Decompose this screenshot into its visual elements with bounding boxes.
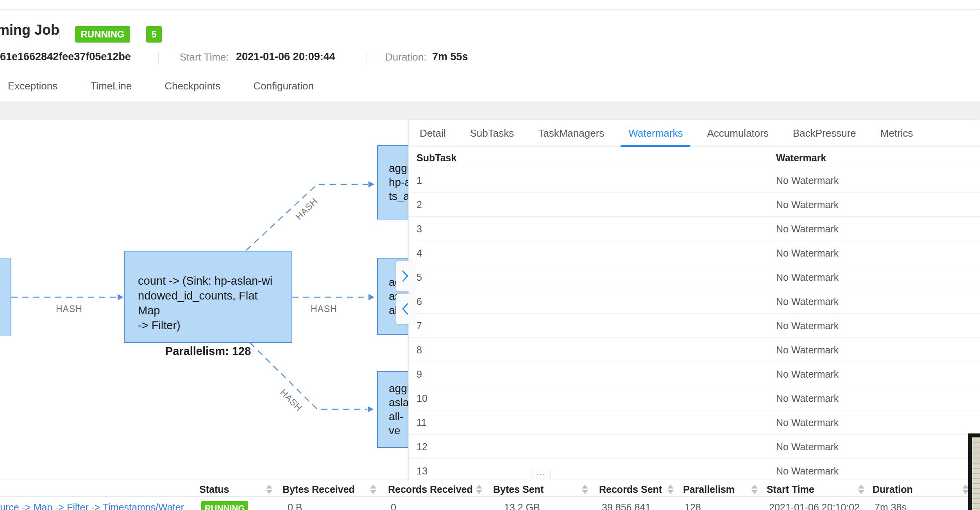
watermark-cell: No Watermark (776, 248, 839, 259)
column-header-records-received[interactable]: Records Received (388, 484, 473, 495)
sort-icon[interactable] (476, 485, 482, 494)
vertex-panel-tabs: Detail SubTasks TaskManagers Watermarks … (409, 120, 980, 147)
chevron-right-icon (401, 269, 409, 283)
tab-subtasks[interactable]: SubTasks (470, 120, 514, 146)
panel-expand-button[interactable] (396, 261, 414, 291)
graph-node-bottom-right[interactable]: aggr_ aslan all-ve (377, 371, 408, 448)
camera-overlay (968, 433, 980, 510)
bytes-received-cell: 0 B (288, 502, 302, 510)
page-title: ming Job (0, 22, 59, 38)
tab-watermarks[interactable]: Watermarks (628, 120, 683, 146)
tab-metrics[interactable]: Metrics (880, 120, 913, 146)
table-row: 4 No Watermark (409, 241, 980, 265)
tab-exceptions[interactable]: Exceptions (8, 80, 57, 92)
subtask-cell: 9 (417, 369, 422, 380)
count-badge: 5 (146, 26, 162, 43)
watermark-cell: No Watermark (776, 320, 839, 332)
divider (158, 52, 159, 63)
watermark-column-header: Watermark (776, 152, 826, 164)
node-text-line: aslan (389, 396, 408, 410)
tab-configuration[interactable]: Configuration (253, 80, 314, 92)
grey-band (0, 102, 980, 120)
watermark-cell: No Watermark (776, 344, 839, 356)
edge-label-hash: HASH (56, 304, 82, 314)
graph-node-left-clipped[interactable] (0, 259, 11, 335)
bytes-sent-cell: 13.2 GB (504, 502, 540, 510)
vertex-detail-panel: Detail SubTasks TaskManagers Watermarks … (408, 120, 980, 510)
graph-node-count-sink[interactable]: count -> (Sink: hp-aslan-wi ndowed_id_co… (124, 251, 292, 343)
panel-resize-handle[interactable]: ... (531, 469, 551, 480)
node-text-line: aggr_ (389, 382, 408, 396)
table-row: 10 No Watermark (409, 386, 980, 410)
node-text-line: count -> (Sink: hp-aslan-wi (138, 273, 278, 288)
sort-icon[interactable] (751, 485, 758, 494)
parallelism-cell: 128 (685, 502, 701, 510)
tab-accumulators[interactable]: Accumulators (707, 120, 769, 146)
node-parallelism: Parallelism: 128 (138, 344, 278, 358)
tab-taskmanagers[interactable]: TaskManagers (538, 120, 604, 146)
sort-icon[interactable] (370, 485, 376, 494)
subtask-cell: 3 (417, 223, 422, 235)
duration-value: 7m 55s (432, 51, 468, 63)
subtask-cell: 5 (417, 272, 422, 283)
table-row: 6 No Watermark (409, 289, 980, 314)
job-tabs: Exceptions TimeLine Checkpoints Configur… (8, 80, 314, 92)
watermark-cell: No Watermark (776, 199, 839, 210)
column-header-bytes-received[interactable]: Bytes Received (283, 484, 355, 495)
subtask-cell: 8 (417, 344, 422, 356)
column-header-records-sent[interactable]: Records Sent (599, 484, 662, 495)
subtask-cell: 11 (417, 417, 427, 428)
watermark-cell: No Watermark (776, 272, 839, 283)
watermark-cell: No Watermark (776, 223, 839, 235)
sort-icon[interactable] (858, 485, 864, 494)
tab-timeline[interactable]: TimeLine (90, 80, 132, 92)
column-header-parallelism[interactable]: Parallelism (683, 484, 735, 495)
sort-icon[interactable] (667, 485, 674, 494)
table-row: 11 No Watermark (409, 410, 980, 435)
column-header-start-time[interactable]: Start Time (767, 484, 814, 495)
node-text-line: all-ve (389, 410, 408, 438)
sort-icon[interactable] (582, 485, 588, 494)
subtask-column-header: SubTask (417, 152, 456, 164)
subtask-cell: 10 (417, 393, 427, 404)
node-text-line: -> Filter) (138, 318, 278, 333)
divider (138, 28, 138, 40)
job-id: 61e1662842fee37f05e12be (0, 51, 131, 63)
node-text-line: hp-a (389, 175, 408, 189)
row-status-badge: RUNNING (201, 501, 248, 510)
flink-job-page: ming Job RUNNING 5 61e1662842fee37f05e12… (0, 0, 980, 510)
column-header-status[interactable]: Status (199, 484, 229, 495)
watermark-cell: No Watermark (776, 369, 839, 380)
job-graph-canvas[interactable]: HASH HASH HASH HASH count -> (Sink: hp-a… (0, 120, 408, 480)
graph-node-top-right[interactable]: aggr_ hp-a ts_all (377, 145, 408, 219)
watermark-cell: No Watermark (776, 393, 839, 404)
column-header-duration[interactable]: Duration (873, 484, 913, 495)
toolbar-bottom-edge (0, 9, 980, 10)
tab-detail[interactable]: Detail (420, 120, 445, 146)
node-text-line: ts_all (389, 189, 408, 203)
subtask-cell: 13 (417, 465, 427, 477)
panel-collapse-button[interactable] (396, 294, 414, 324)
sort-icon[interactable] (962, 485, 969, 494)
table-row: 7 No Watermark (409, 314, 980, 338)
edge-label-hash: HASH (311, 304, 337, 314)
tab-checkpoints[interactable]: Checkpoints (165, 80, 220, 92)
node-text-line: aggr_ (389, 161, 408, 175)
subtask-cell: 6 (417, 296, 422, 307)
subtask-cell: 2 (417, 199, 422, 210)
table-row: 5 No Watermark (409, 265, 980, 289)
duration-cell: 7m 38s (874, 502, 907, 510)
sort-icon[interactable] (266, 485, 272, 494)
chevron-left-icon (401, 302, 409, 316)
start-time-cell: 2021-01-06 20:10:02 (769, 502, 860, 510)
table-row: 12 No Watermark (409, 435, 980, 459)
vertex-name-link[interactable]: urce -> Map -> Filter -> Timestamps/Wate… (0, 502, 184, 510)
subtask-cell: 7 (417, 320, 422, 332)
column-header-bytes-sent[interactable]: Bytes Sent (493, 484, 544, 495)
tab-backpressure[interactable]: BackPressure (793, 120, 856, 146)
records-received-cell: 0 (391, 502, 396, 510)
subtask-cell: 4 (417, 248, 422, 259)
node-text-line: ndowed_id_counts, Flat Map (138, 288, 278, 318)
table-header-divider (0, 496, 980, 497)
subtask-cell: 12 (417, 441, 427, 453)
